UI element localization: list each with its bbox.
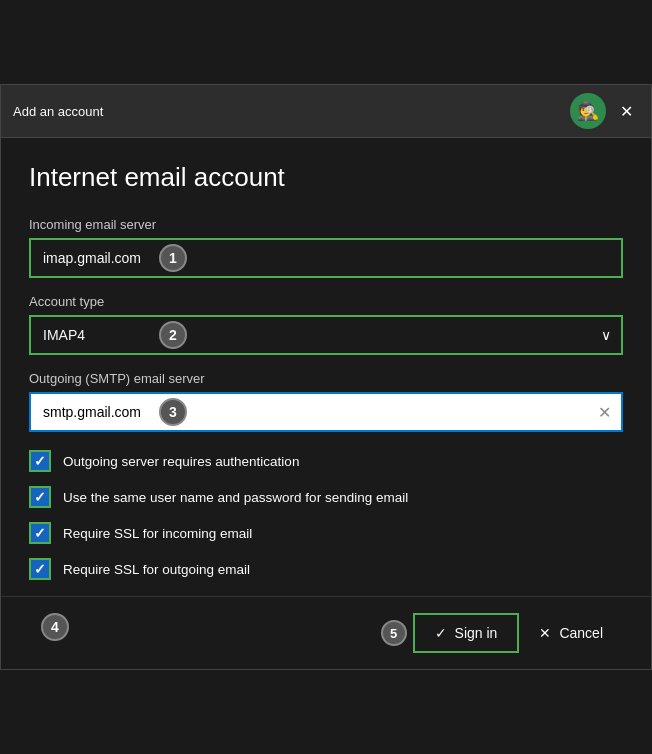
- cancel-label: Cancel: [559, 625, 603, 641]
- incoming-server-group: Incoming email server 1: [29, 217, 623, 278]
- incoming-server-wrapper: 1: [29, 238, 623, 278]
- check-icon: ✓: [435, 625, 447, 641]
- incoming-server-label: Incoming email server: [29, 217, 623, 232]
- outgoing-server-wrapper: 3 ✕: [29, 392, 623, 432]
- checkbox-auth-label: Outgoing server requires authentication: [63, 454, 299, 469]
- clear-outgoing-button[interactable]: ✕: [594, 399, 615, 426]
- checkbox-row-ssl-outgoing[interactable]: ✓ Require SSL for outgoing email: [29, 558, 623, 580]
- checkbox-ssl-incoming[interactable]: ✓: [29, 522, 51, 544]
- outgoing-server-group: Outgoing (SMTP) email server 3 ✕: [29, 371, 623, 432]
- outgoing-server-label: Outgoing (SMTP) email server: [29, 371, 623, 386]
- account-type-select[interactable]: IMAP4 POP3: [29, 315, 623, 355]
- outgoing-server-input[interactable]: [29, 392, 623, 432]
- mascot-icon: 🕵️: [570, 93, 606, 129]
- check-icon-same-user: ✓: [34, 489, 46, 505]
- circle-2: 2: [159, 321, 187, 349]
- checkboxes-section: ✓ Outgoing server requires authenticatio…: [29, 450, 623, 580]
- title-bar: Add an account 🕵️ ✕: [1, 85, 651, 138]
- circle-4: 4: [41, 613, 69, 641]
- close-button[interactable]: ✕: [614, 100, 639, 123]
- check-icon-ssl-incoming: ✓: [34, 525, 46, 541]
- circle-5: 5: [381, 620, 407, 646]
- cancel-icon: ✕: [539, 625, 551, 641]
- checkbox-ssl-outgoing-label: Require SSL for outgoing email: [63, 562, 250, 577]
- account-type-wrapper: IMAP4 POP3 ∨ 2: [29, 315, 623, 355]
- dialog-content: Internet email account Incoming email se…: [1, 138, 651, 596]
- page-title: Internet email account: [29, 162, 623, 193]
- checkbox-row-auth[interactable]: ✓ Outgoing server requires authenticatio…: [29, 450, 623, 472]
- checkbox-same-user[interactable]: ✓: [29, 486, 51, 508]
- checkbox-ssl-outgoing[interactable]: ✓: [29, 558, 51, 580]
- footer: 4 5 ✓ Sign in ✕ Cancel: [1, 596, 651, 669]
- checkbox-same-user-label: Use the same user name and password for …: [63, 490, 408, 505]
- title-bar-right: 🕵️ ✕: [570, 93, 639, 129]
- dialog-title: Add an account: [13, 104, 103, 119]
- title-bar-left: Add an account: [13, 104, 103, 119]
- add-account-dialog: Add an account 🕵️ ✕ Internet email accou…: [0, 84, 652, 670]
- check-icon-ssl-outgoing: ✓: [34, 561, 46, 577]
- check-icon-auth: ✓: [34, 453, 46, 469]
- circle-1: 1: [159, 244, 187, 272]
- account-type-group: Account type IMAP4 POP3 ∨ 2: [29, 294, 623, 355]
- account-type-label: Account type: [29, 294, 623, 309]
- checkbox-row-same-user[interactable]: ✓ Use the same user name and password fo…: [29, 486, 623, 508]
- signin-button[interactable]: ✓ Sign in: [413, 613, 520, 653]
- signin-label: Sign in: [455, 625, 498, 641]
- cancel-button[interactable]: ✕ Cancel: [519, 615, 623, 651]
- circle-3: 3: [159, 398, 187, 426]
- checkbox-auth[interactable]: ✓: [29, 450, 51, 472]
- checkbox-row-ssl-incoming[interactable]: ✓ Require SSL for incoming email: [29, 522, 623, 544]
- checkbox-ssl-incoming-label: Require SSL for incoming email: [63, 526, 252, 541]
- incoming-server-input[interactable]: [29, 238, 623, 278]
